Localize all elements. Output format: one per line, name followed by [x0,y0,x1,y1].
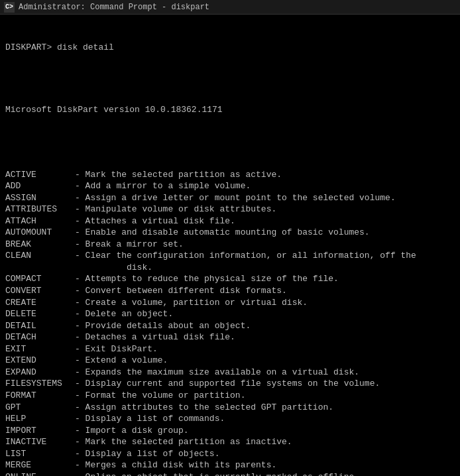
cmd-desc: - Display current and supported file sys… [75,378,455,390]
cmd-desc: - Mark the selected partition as active. [75,169,455,181]
cmd-desc: - Mark the selected partition as inactiv… [75,436,455,448]
cmd-desc: - Attempts to reduce the physical size o… [75,273,455,285]
table-row: CREATE- Create a volume, partition or vi… [5,297,455,309]
table-row: GPT- Assign attributes to the selected G… [5,402,455,414]
table-row: FILESYSTEMS- Display current and support… [5,378,455,390]
prompt-line: DISKPART> disk detail [5,42,455,54]
cmd-key: MERGE [5,459,75,471]
table-row: CLEAN- Clear the configuration informati… [5,250,455,273]
table-row: MERGE- Merges a child disk with its pare… [5,459,455,471]
cmd-desc: - Detaches a virtual disk file. [75,331,455,343]
cmd-key: FILESYSTEMS [5,378,75,390]
table-row: AUTOMOUNT- Enable and disable automatic … [5,227,455,239]
table-row: ADD- Add a mirror to a simple volume. [5,180,455,192]
cmd-key: EXTEND [5,355,75,367]
table-row: DETAIL- Provide details about an object. [5,320,455,332]
cmd-key: DETAIL [5,320,75,332]
table-row: EXPAND- Expands the maximum size availab… [5,367,455,379]
cmd-desc: - Provide details about an object. [75,320,455,332]
cmd-key: ADD [5,180,75,192]
cmd-key: ATTRIBUTES [5,204,75,215]
table-row: EXIT- Exit DiskPart. [5,343,455,355]
cmd-desc: - Display a list of commands. [75,413,455,425]
table-row: FORMAT- Format the volume or partition. [5,390,455,402]
table-row: LIST- Display a list of objects. [5,448,455,460]
cmd-desc: - Add a mirror to a simple volume. [75,180,455,192]
title-bar-text: Administrator: Command Prompt - diskpart [19,3,209,12]
title-bar: C> Administrator: Command Prompt - diskp… [0,0,460,15]
cmd-desc: - Enable and disable automatic mounting … [75,227,455,239]
cmd-desc: - Merges a child disk with its parents. [75,459,455,471]
cmd-key: COMPACT [5,273,75,285]
table-row: HELP- Display a list of commands. [5,413,455,425]
cmd-desc: - Extend a volume. [75,355,455,367]
cmd-key: EXPAND [5,367,75,379]
cmd-key: DETACH [5,331,75,343]
cmd-key: CONVERT [5,285,75,297]
cmd-key: LIST [5,448,75,460]
cmd-key: AUTOMOUNT [5,227,75,239]
cmd-key: BREAK [5,239,75,251]
table-row: EXTEND- Extend a volume. [5,355,455,367]
command-table: ACTIVE- Mark the selected partition as a… [5,169,455,476]
cmd-key: ONLINE [5,471,75,476]
cmd-icon: C> [4,2,15,13]
cmd-desc: - Attaches a virtual disk file. [75,215,455,227]
cmd-key: ATTACH [5,215,75,227]
cmd-desc: - Online an object that is currently mar… [75,471,455,476]
cmd-desc: - Clear the configuration information, o… [75,250,455,273]
cmd-desc: - Assign attributes to the selected GPT … [75,402,455,414]
table-row: CONVERT- Convert between different disk … [5,285,455,297]
table-row: IMPORT- Import a disk group. [5,425,455,437]
table-row: ASSIGN- Assign a drive letter or mount p… [5,192,455,204]
cmd-desc: - Break a mirror set. [75,239,455,251]
table-row: ACTIVE- Mark the selected partition as a… [5,169,455,181]
cmd-desc: - Import a disk group. [75,425,455,437]
cmd-key: IMPORT [5,425,75,437]
cmd-key: EXIT [5,343,75,355]
cmd-key: ASSIGN [5,192,75,204]
table-row: DELETE- Delete an object. [5,308,455,320]
table-row: ATTRIBUTES- Manipulate volume or disk at… [5,204,455,215]
cmd-key: HELP [5,413,75,425]
console-output: DISKPART> disk detail Microsoft DiskPart… [0,15,460,476]
cmd-desc: - Convert between different disk formats… [75,285,455,297]
cmd-desc: - Exit DiskPart. [75,343,455,355]
table-row: ONLINE- Online an object that is current… [5,471,455,476]
version-line: Microsoft DiskPart version 10.0.18362.11… [5,104,455,116]
cmd-key: CREATE [5,297,75,309]
cmd-desc: - Manipulate volume or disk attributes. [75,204,455,215]
cmd-key: INACTIVE [5,436,75,448]
cmd-key: CLEAN [5,250,75,273]
cmd-key: DELETE [5,308,75,320]
table-row: BREAK- Break a mirror set. [5,239,455,251]
cmd-key: GPT [5,402,75,414]
cmd-key: FORMAT [5,390,75,402]
cmd-desc: - Expands the maximum size available on … [75,367,455,379]
cmd-desc: - Assign a drive letter or mount point t… [75,192,455,204]
cmd-desc: - Create a volume, partition or virtual … [75,297,455,309]
cmd-desc: - Delete an object. [75,308,455,320]
table-row: INACTIVE- Mark the selected partition as… [5,436,455,448]
cmd-desc: - Display a list of objects. [75,448,455,460]
table-row: DETACH- Detaches a virtual disk file. [5,331,455,343]
table-row: COMPACT- Attempts to reduce the physical… [5,273,455,285]
table-row: ATTACH- Attaches a virtual disk file. [5,215,455,227]
cmd-desc: - Format the volume or partition. [75,390,455,402]
cmd-key: ACTIVE [5,169,75,181]
